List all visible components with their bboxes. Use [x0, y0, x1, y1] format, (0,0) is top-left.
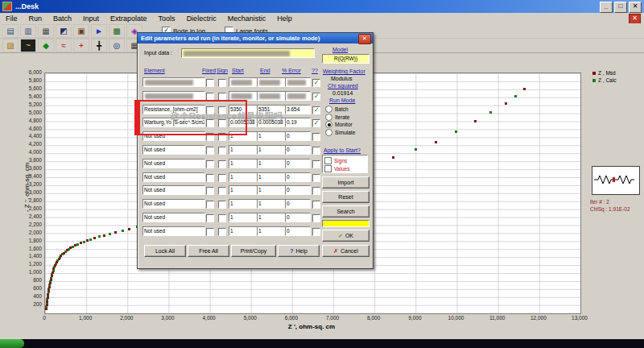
start-field[interactable]: 1	[229, 159, 258, 168]
sign-checkbox[interactable]	[218, 214, 226, 222]
error-field[interactable]: 0	[285, 185, 311, 195]
error-field[interactable]: 0	[285, 213, 311, 222]
header-error[interactable]: % Error	[282, 68, 301, 73]
ok-button[interactable]: ✓OK	[322, 230, 369, 242]
include-checkbox[interactable]	[312, 201, 320, 209]
values-checkbox[interactable]	[324, 165, 332, 172]
search-button[interactable]: Search	[322, 205, 369, 218]
include-checkbox[interactable]	[312, 133, 320, 141]
header-start[interactable]: Start	[232, 68, 244, 73]
end-field[interactable]	[257, 77, 286, 87]
element-field[interactable]: Not used	[142, 185, 205, 195]
error-field[interactable]: 0.19	[285, 118, 311, 127]
import-button[interactable]: Import	[322, 176, 369, 188]
sign-checkbox[interactable]	[218, 201, 226, 209]
reset-button[interactable]: Reset	[322, 191, 369, 203]
help-button[interactable]: ?Help	[278, 245, 320, 257]
model-field[interactable]: R(Q(RW))	[322, 54, 369, 64]
dialog-close-icon[interactable]: ✕	[358, 34, 371, 44]
start-button[interactable]	[0, 339, 24, 348]
fixed-checkbox[interactable]	[206, 160, 214, 168]
sign-checkbox[interactable]	[218, 187, 226, 195]
include-checkbox[interactable]	[312, 214, 320, 222]
end-field[interactable]: 1	[257, 172, 286, 182]
lock-all-button[interactable]: Lock All	[144, 245, 186, 257]
header-include[interactable]: ??	[312, 68, 318, 73]
error-field[interactable]: 0	[285, 131, 311, 141]
element-field[interactable]: Not used	[142, 226, 205, 236]
include-checkbox[interactable]	[312, 174, 320, 182]
include-checkbox[interactable]	[312, 187, 320, 195]
free-all-button[interactable]: Free All	[188, 245, 229, 257]
sign-checkbox[interactable]	[218, 160, 226, 168]
element-field[interactable]: Not used	[142, 159, 205, 168]
include-checkbox[interactable]: ✓	[312, 106, 320, 114]
apply-to-start-link[interactable]: Apply to Start?	[324, 147, 361, 153]
run-mode-batch[interactable]: Batch	[325, 106, 355, 114]
error-field[interactable]	[285, 91, 311, 101]
run-mode-label[interactable]: Run Mode	[329, 97, 355, 103]
start-field[interactable]: 1	[229, 145, 258, 155]
sign-checkbox[interactable]	[218, 174, 226, 182]
header-element[interactable]: Element	[144, 68, 165, 73]
end-field[interactable]	[257, 91, 286, 101]
error-field[interactable]: 0	[285, 159, 311, 168]
end-field[interactable]: 1	[257, 145, 286, 155]
error-field[interactable]: 0	[285, 172, 311, 182]
fixed-checkbox[interactable]	[206, 79, 214, 87]
print-copy-button[interactable]: Print/Copy	[231, 245, 276, 257]
end-field[interactable]: 1	[257, 199, 286, 209]
fixed-checkbox[interactable]	[206, 201, 214, 209]
cancel-button[interactable]: ✗Cancel	[322, 245, 369, 257]
include-checkbox[interactable]	[312, 228, 320, 236]
start-field[interactable]	[229, 77, 258, 87]
input-data-field[interactable]	[181, 48, 315, 58]
error-field[interactable]: 0	[285, 226, 311, 236]
element-field[interactable]: Not used	[142, 213, 205, 222]
end-field[interactable]: 1	[257, 131, 286, 141]
dialog-title-bar[interactable]: Edit parameters and run (in iterate, mon…	[138, 33, 373, 44]
start-field[interactable]: 1	[229, 199, 258, 209]
include-checkbox[interactable]: ✓	[312, 119, 320, 127]
element-field[interactable]	[142, 77, 205, 87]
sign-checkbox[interactable]	[218, 79, 226, 87]
end-field[interactable]: 1	[257, 226, 286, 236]
element-field[interactable]: Not used	[142, 172, 205, 182]
error-field[interactable]: 0	[285, 199, 311, 209]
fixed-checkbox[interactable]	[206, 174, 214, 182]
end-field[interactable]: 1	[257, 185, 286, 195]
end-field[interactable]: 1	[257, 159, 286, 168]
error-field[interactable]	[285, 77, 311, 87]
signs-checkbox[interactable]	[324, 157, 332, 164]
include-checkbox[interactable]: ✓	[312, 79, 320, 87]
sign-checkbox[interactable]	[218, 228, 226, 236]
chi-squared-label[interactable]: Chi squared	[328, 83, 358, 89]
start-field[interactable]: 1	[229, 185, 258, 195]
fixed-checkbox[interactable]	[206, 214, 214, 222]
element-field[interactable]	[142, 91, 205, 101]
include-checkbox[interactable]	[312, 160, 320, 168]
weighting-factor-label[interactable]: Weighting Factor	[323, 68, 365, 74]
fixed-checkbox[interactable]	[206, 228, 214, 236]
start-field[interactable]: 1	[229, 172, 258, 182]
fixed-checkbox[interactable]	[206, 147, 214, 155]
header-end[interactable]: End	[260, 68, 270, 73]
start-field[interactable]: 1	[229, 213, 258, 222]
end-field[interactable]: 1	[257, 213, 286, 222]
include-checkbox[interactable]: ✓	[312, 93, 320, 101]
run-mode-simulate[interactable]: Simulate	[325, 129, 355, 137]
header-sign[interactable]: Sign	[217, 68, 228, 73]
sign-checkbox[interactable]	[218, 147, 226, 155]
run-mode-monitor[interactable]: Monitor	[325, 121, 355, 129]
header-fixed[interactable]: Fixed	[202, 68, 216, 73]
run-mode-iterate[interactable]: Iterate	[325, 114, 355, 122]
fixed-checkbox[interactable]	[206, 187, 214, 195]
model-label[interactable]: Model	[332, 47, 348, 52]
error-field[interactable]: 0	[285, 145, 311, 155]
element-field[interactable]: Not used	[142, 199, 205, 209]
error-field[interactable]: 3.654	[285, 105, 311, 114]
element-field[interactable]: Not used	[142, 145, 205, 155]
start-field[interactable]	[229, 91, 258, 101]
include-checkbox[interactable]	[312, 147, 320, 155]
start-field[interactable]: 1	[229, 226, 258, 236]
